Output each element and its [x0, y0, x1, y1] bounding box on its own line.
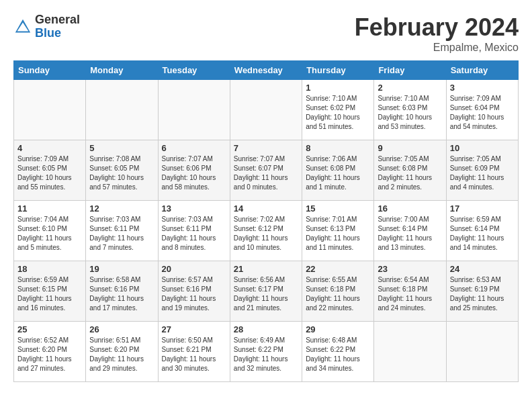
day-number: 29 [306, 324, 370, 334]
day-info: Sunrise: 7:02 AMSunset: 6:12 PMDaylight:… [234, 215, 298, 253]
table-row: 28Sunrise: 6:49 AMSunset: 6:22 PMDayligh… [230, 322, 302, 382]
day-number: 25 [17, 324, 82, 334]
day-number: 12 [89, 203, 154, 214]
table-row: 7Sunrise: 7:07 AMSunset: 6:07 PMDaylight… [230, 140, 302, 201]
day-info: Sunrise: 7:09 AMSunset: 6:05 PMDaylight:… [17, 154, 82, 192]
calendar-week-1: 1Sunrise: 7:10 AMSunset: 6:02 PMDaylight… [14, 80, 519, 140]
day-info: Sunrise: 6:57 AMSunset: 6:16 PMDaylight:… [162, 275, 226, 313]
header-wednesday: Wednesday [230, 61, 302, 80]
day-info: Sunrise: 6:56 AMSunset: 6:17 PMDaylight:… [234, 275, 298, 313]
day-info: Sunrise: 6:54 AMSunset: 6:18 PMDaylight:… [378, 275, 442, 313]
day-info: Sunrise: 6:51 AMSunset: 6:20 PMDaylight:… [89, 336, 154, 373]
table-row [374, 322, 446, 382]
table-row [158, 80, 230, 140]
day-number: 11 [17, 203, 82, 214]
day-number: 27 [162, 324, 226, 334]
table-row: 8Sunrise: 7:06 AMSunset: 6:08 PMDaylight… [302, 140, 374, 201]
day-info: Sunrise: 6:59 AMSunset: 6:15 PMDaylight:… [17, 275, 82, 313]
day-number: 2 [378, 83, 442, 93]
day-number: 22 [306, 264, 370, 274]
table-row: 26Sunrise: 6:51 AMSunset: 6:20 PMDayligh… [86, 322, 158, 382]
day-number: 14 [234, 203, 298, 214]
day-info: Sunrise: 7:07 AMSunset: 6:06 PMDaylight:… [162, 154, 226, 192]
table-row: 12Sunrise: 7:03 AMSunset: 6:11 PMDayligh… [86, 201, 158, 261]
day-info: Sunrise: 6:49 AMSunset: 6:22 PMDaylight:… [234, 336, 298, 373]
main-title: February 2024 [355, 13, 519, 42]
calendar-week-5: 25Sunrise: 6:52 AMSunset: 6:20 PMDayligh… [14, 322, 519, 382]
table-row: 1Sunrise: 7:10 AMSunset: 6:02 PMDaylight… [302, 80, 374, 140]
table-row: 17Sunrise: 6:59 AMSunset: 6:14 PMDayligh… [446, 201, 518, 261]
day-number: 13 [162, 203, 226, 214]
table-row: 10Sunrise: 7:05 AMSunset: 6:09 PMDayligh… [446, 140, 518, 201]
logo: General Blue [13, 13, 80, 40]
table-row: 23Sunrise: 6:54 AMSunset: 6:18 PMDayligh… [374, 261, 446, 322]
table-row: 27Sunrise: 6:50 AMSunset: 6:21 PMDayligh… [158, 322, 230, 382]
day-info: Sunrise: 7:03 AMSunset: 6:11 PMDaylight:… [89, 215, 154, 253]
day-number: 10 [450, 143, 515, 153]
table-row: 14Sunrise: 7:02 AMSunset: 6:12 PMDayligh… [230, 201, 302, 261]
day-number: 15 [306, 203, 370, 214]
day-number: 26 [89, 324, 154, 334]
day-number: 7 [234, 143, 298, 153]
day-info: Sunrise: 6:48 AMSunset: 6:22 PMDaylight:… [306, 336, 370, 373]
day-number: 4 [17, 143, 82, 153]
header-monday: Monday [86, 61, 158, 80]
day-info: Sunrise: 7:04 AMSunset: 6:10 PMDaylight:… [17, 215, 82, 253]
subtitle: Empalme, Mexico [355, 42, 519, 54]
day-number: 21 [234, 264, 298, 274]
day-info: Sunrise: 7:01 AMSunset: 6:13 PMDaylight:… [306, 215, 370, 253]
logo-icon [13, 17, 32, 36]
header-tuesday: Tuesday [158, 61, 230, 80]
day-number: 1 [306, 83, 370, 93]
header-saturday: Saturday [446, 61, 518, 80]
table-row: 3Sunrise: 7:09 AMSunset: 6:04 PMDaylight… [446, 80, 518, 140]
day-info: Sunrise: 7:07 AMSunset: 6:07 PMDaylight:… [234, 154, 298, 192]
header-thursday: Thursday [302, 61, 374, 80]
table-row: 15Sunrise: 7:01 AMSunset: 6:13 PMDayligh… [302, 201, 374, 261]
table-row: 20Sunrise: 6:57 AMSunset: 6:16 PMDayligh… [158, 261, 230, 322]
day-info: Sunrise: 6:50 AMSunset: 6:21 PMDaylight:… [162, 336, 226, 373]
day-info: Sunrise: 7:00 AMSunset: 6:14 PMDaylight:… [378, 215, 442, 253]
day-number: 18 [17, 264, 82, 274]
page-header: General Blue February 2024 Empalme, Mexi… [13, 13, 519, 54]
table-row [86, 80, 158, 140]
table-row: 21Sunrise: 6:56 AMSunset: 6:17 PMDayligh… [230, 261, 302, 322]
day-info: Sunrise: 7:06 AMSunset: 6:08 PMDaylight:… [306, 154, 370, 192]
table-row: 25Sunrise: 6:52 AMSunset: 6:20 PMDayligh… [14, 322, 86, 382]
calendar-table: Sunday Monday Tuesday Wednesday Thursday… [13, 60, 519, 382]
table-row: 13Sunrise: 7:03 AMSunset: 6:11 PMDayligh… [158, 201, 230, 261]
day-number: 8 [306, 143, 370, 153]
day-info: Sunrise: 7:08 AMSunset: 6:05 PMDaylight:… [89, 154, 154, 192]
calendar-header-row: Sunday Monday Tuesday Wednesday Thursday… [14, 61, 519, 80]
table-row: 2Sunrise: 7:10 AMSunset: 6:03 PMDaylight… [374, 80, 446, 140]
day-number: 20 [162, 264, 226, 274]
logo-general: General [35, 13, 80, 27]
day-number: 9 [378, 143, 442, 153]
day-number: 24 [450, 264, 515, 274]
table-row [446, 322, 518, 382]
day-info: Sunrise: 6:53 AMSunset: 6:19 PMDaylight:… [450, 275, 515, 313]
header-sunday: Sunday [14, 61, 86, 80]
table-row: 19Sunrise: 6:58 AMSunset: 6:16 PMDayligh… [86, 261, 158, 322]
day-info: Sunrise: 7:10 AMSunset: 6:02 PMDaylight:… [306, 94, 370, 132]
table-row: 9Sunrise: 7:05 AMSunset: 6:08 PMDaylight… [374, 140, 446, 201]
table-row: 18Sunrise: 6:59 AMSunset: 6:15 PMDayligh… [14, 261, 86, 322]
table-row [230, 80, 302, 140]
day-info: Sunrise: 7:05 AMSunset: 6:09 PMDaylight:… [450, 154, 515, 192]
logo-blue: Blue [35, 27, 80, 40]
table-row: 5Sunrise: 7:08 AMSunset: 6:05 PMDaylight… [86, 140, 158, 201]
day-number: 5 [89, 143, 154, 153]
day-number: 28 [234, 324, 298, 334]
calendar-week-2: 4Sunrise: 7:09 AMSunset: 6:05 PMDaylight… [14, 140, 519, 201]
table-row: 22Sunrise: 6:55 AMSunset: 6:18 PMDayligh… [302, 261, 374, 322]
day-info: Sunrise: 7:09 AMSunset: 6:04 PMDaylight:… [450, 94, 515, 132]
table-row: 4Sunrise: 7:09 AMSunset: 6:05 PMDaylight… [14, 140, 86, 201]
day-info: Sunrise: 6:58 AMSunset: 6:16 PMDaylight:… [89, 275, 154, 313]
day-info: Sunrise: 6:52 AMSunset: 6:20 PMDaylight:… [17, 336, 82, 373]
day-info: Sunrise: 6:55 AMSunset: 6:18 PMDaylight:… [306, 275, 370, 313]
day-number: 6 [162, 143, 226, 153]
day-info: Sunrise: 6:59 AMSunset: 6:14 PMDaylight:… [450, 215, 515, 253]
day-info: Sunrise: 7:10 AMSunset: 6:03 PMDaylight:… [378, 94, 442, 132]
table-row: 29Sunrise: 6:48 AMSunset: 6:22 PMDayligh… [302, 322, 374, 382]
table-row: 24Sunrise: 6:53 AMSunset: 6:19 PMDayligh… [446, 261, 518, 322]
